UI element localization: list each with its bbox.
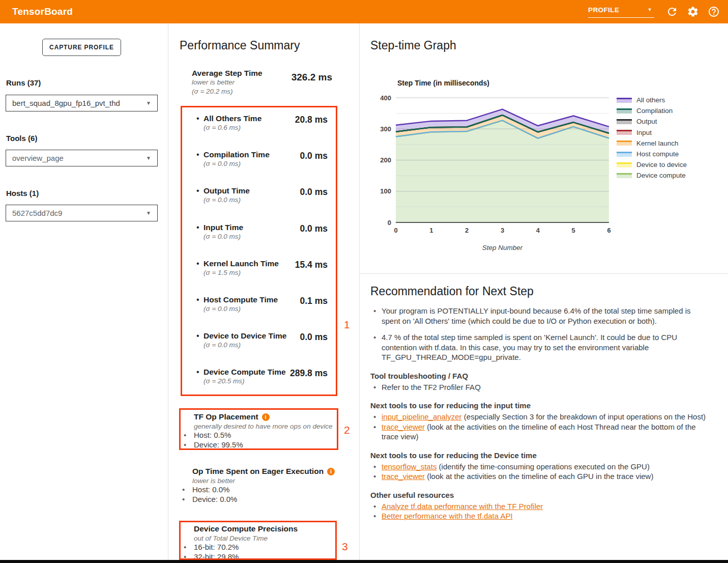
legend-item[interactable]: Device to device [617,159,687,170]
list-item: •Device: 99.5% [181,440,337,450]
hosts-select[interactable]: 5627c5dd7dc9 ▼ [6,205,158,221]
recommendation-link[interactable]: trace_viewer [382,423,425,431]
bullet: • [196,150,199,159]
bullet: • [196,223,199,232]
section-subtitle: generally desired to have more ops on de… [194,422,337,431]
bullet: • [182,485,185,495]
recommendation-item-text: Refer to the TF2 Profiler FAQ [382,383,481,391]
metric-value: 326.2 ms [292,72,332,83]
recommendation-title: Recommendation for Next Step [370,285,707,298]
runs-select[interactable]: bert_squad_8gpu_fp16_pvt_thd ▼ [6,95,158,111]
bullet: • [373,511,376,521]
recommendation-link[interactable]: input_pipeline_analyzer [382,412,462,421]
bullet: • [196,114,199,123]
header-actions: PROFILE ▼ [588,6,728,18]
recommendation-heading: Next tools to use for reducing the Devic… [370,451,707,460]
recommendation-link[interactable]: Better performance with the tf.data API [382,512,513,520]
legend-swatch [617,108,632,114]
bullet: • [182,495,185,504]
svg-text:3: 3 [501,227,504,234]
breakdown-row: • Device Compute Time (σ = 20.5 ms) 289.… [182,367,336,403]
metric-value: 15.4 ms [295,260,328,270]
legend-label: Output [636,118,657,125]
info-icon[interactable]: i [262,413,270,421]
bullet: • [373,412,376,422]
legend-swatch [617,119,632,124]
legend-label: Device to device [636,161,687,168]
recommendation-item: •Analyze tf.data performance with the TF… [370,501,707,512]
legend-item[interactable]: Output [617,116,687,127]
svg-text:6: 6 [607,227,610,234]
bullet: • [196,331,199,341]
chevron-down-icon: ▼ [146,210,151,216]
svg-text:0: 0 [388,219,391,227]
legend-label: Compilation [636,107,673,115]
metric-value: 0.1 ms [300,296,328,306]
performance-summary-title: Performance Summary [180,39,300,52]
svg-text:Step Number: Step Number [482,244,523,251]
chevron-down-icon: ▼ [146,100,151,106]
annotation-2: 2 [344,424,350,436]
runs-select-value: bert_squad_8gpu_fp16_pvt_thd [12,99,146,107]
capture-profile-button[interactable]: CAPTURE PROFILE [42,39,121,56]
bullet: • [373,332,376,343]
section-title-text: Op Time Spent on Eager Execution [192,467,324,476]
legend-item[interactable]: All others [617,95,687,105]
info-icon[interactable]: i [327,468,335,475]
legend-swatch [617,130,632,135]
average-step-time-row: Average Step Time lower is better (σ = 2… [192,68,332,96]
runs-label: Runs (37) [6,78,41,87]
hosts-label: Hosts (1) [6,189,39,198]
metric-value: 0.0 ms [300,187,328,198]
recommendation-item: •tensorflow_stats (identify the time-con… [370,462,707,472]
breakdown-row: • Kernel Launch Time (σ = 1.5 ms) 15.4 m… [182,259,336,295]
refresh-icon[interactable] [666,6,678,18]
bullet: • [373,501,376,512]
metric-value: 0.0 ms [300,332,328,343]
bullet: • [373,382,376,392]
recommendation-link[interactable]: tensorflow_stats [382,462,436,471]
legend-item[interactable]: Device compute [617,170,687,181]
annotation-1: 1 [344,319,350,331]
dashboard-selector[interactable]: PROFILE ▼ [588,6,654,18]
legend-label: Host compute [636,150,679,158]
performance-summary-panel: Performance Summary Average Step Time lo… [168,23,360,560]
step-time-breakdown-box: • All Others Time (σ = 0.6 ms) 20.8 ms •… [181,106,337,396]
bullet: • [184,440,186,450]
legend-item[interactable]: Kernel launch [617,138,687,149]
legend-item[interactable]: Compilation [617,105,687,116]
recommendation-item: •Better performance with the tf.data API [370,511,707,521]
svg-text:5: 5 [572,227,575,234]
tools-label: Tools (6) [6,134,37,143]
legend-label: All others [636,96,665,104]
list-item: •16-bit: 70.2% [181,543,335,552]
recommendation-item-text: (look at the activities on the timeline … [425,472,653,481]
legend-label: Input [636,129,652,136]
breakdown-row: • Host Compute Time (σ = 0.0 ms) 0.1 ms [182,295,336,331]
legend-swatch [617,98,632,103]
breakdown-row: • Device to Device Time (σ = 0.0 ms) 0.0… [182,331,336,367]
legend-swatch [617,140,632,146]
svg-text:2: 2 [465,227,469,234]
tools-select[interactable]: overview_page ▼ [6,150,158,166]
list-item: •32-bit: 29.8% [181,552,335,560]
recommendation-link[interactable]: Analyze tf.data performance with the TF … [382,502,543,511]
recommendation-item: •Refer to the TF2 Profiler FAQ [370,382,707,392]
breakdown-row: • All Others Time (σ = 0.6 ms) 20.8 ms [182,114,336,150]
help-icon[interactable] [708,6,720,18]
tf-op-placement-box: TF Op Placement i generally desired to h… [179,408,338,450]
legend-item[interactable]: Host compute [617,149,687,159]
legend-item[interactable]: Input [617,127,687,138]
eager-execution-section: Op Time Spent on Eager Execution i lower… [179,467,338,504]
svg-text:100: 100 [380,187,391,195]
svg-text:400: 400 [380,94,391,102]
annotation-3: 3 [342,541,348,553]
step-time-panel: Step-time Graph 01002003004000123456Step… [360,23,728,560]
metric-value: 0.0 ms [300,151,328,161]
settings-gear-icon[interactable] [687,6,699,18]
tf-op-placement-title: TF Op Placement i [194,412,337,421]
recommendation-item-text: (identify the time-consuming operations … [436,462,650,471]
svg-text:300: 300 [380,125,391,133]
recommendation-link[interactable]: trace_viewer [382,472,425,481]
bullet: • [196,186,199,195]
